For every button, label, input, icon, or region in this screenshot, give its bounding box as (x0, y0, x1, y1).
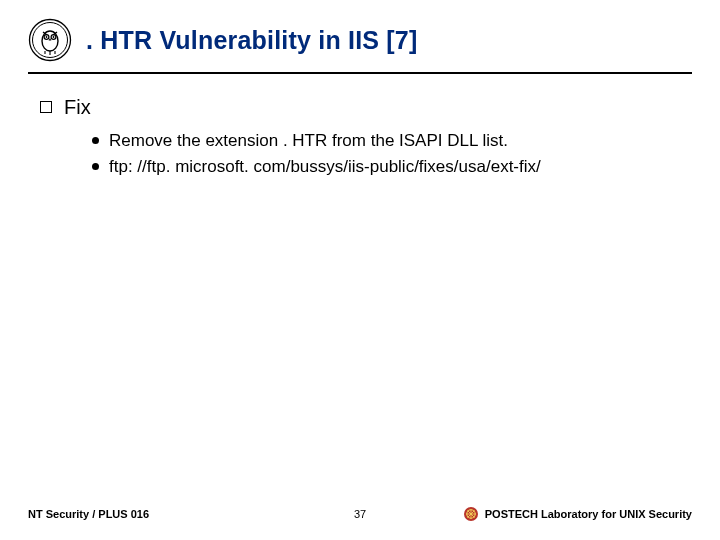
list-item: ftp: //ftp. microsoft. com/bussys/iis-pu… (92, 155, 672, 179)
slide-footer: NT Security / PLUS 016 37 POSTECH Labora… (0, 506, 720, 522)
footer-right-text: POSTECH Laboratory for UNIX Security (485, 508, 692, 520)
slide-content: Fix Remove the extension . HTR from the … (28, 96, 692, 179)
page-number: 37 (354, 508, 366, 520)
section-row: Fix (40, 96, 692, 119)
disc-bullet-icon (92, 163, 99, 170)
disc-bullet-icon (92, 137, 99, 144)
footer-right: POSTECH Laboratory for UNIX Security (463, 506, 692, 522)
owl-logo-icon (28, 18, 72, 62)
section-label: Fix (64, 96, 91, 119)
item-list: Remove the extension . HTR from the ISAP… (40, 129, 692, 179)
list-item: Remove the extension . HTR from the ISAP… (92, 129, 672, 153)
svg-point-2 (42, 31, 58, 51)
slide-header: . HTR Vulnerability in IIS [7] (28, 18, 692, 74)
item-text: Remove the extension . HTR from the ISAP… (109, 129, 508, 153)
postech-logo-icon (463, 506, 479, 522)
svg-point-6 (53, 36, 55, 38)
svg-point-5 (46, 36, 48, 38)
item-text: ftp: //ftp. microsoft. com/bussys/iis-pu… (109, 155, 541, 179)
footer-left: NT Security / PLUS 016 (28, 508, 149, 520)
slide-title: . HTR Vulnerability in IIS [7] (86, 26, 418, 55)
square-bullet-icon (40, 101, 52, 113)
